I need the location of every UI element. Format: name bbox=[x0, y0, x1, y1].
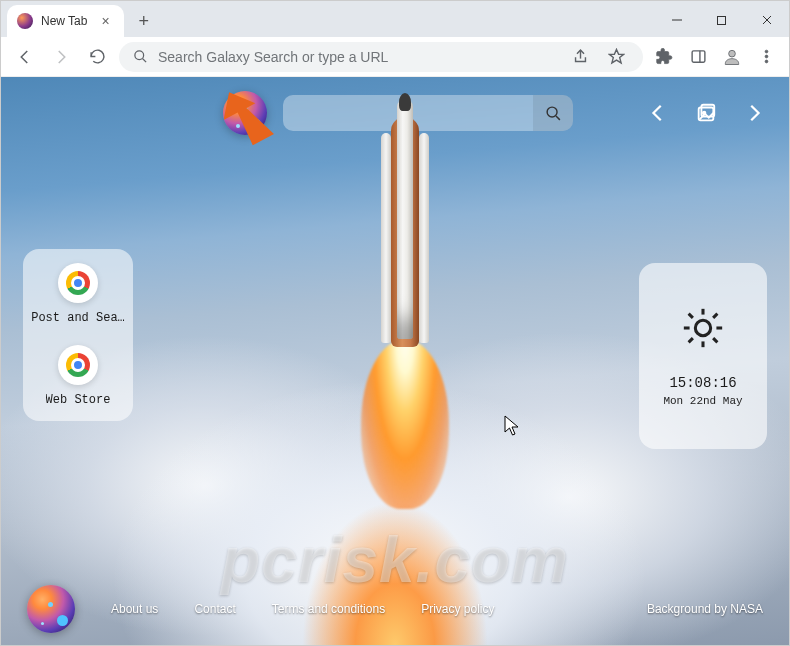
sun-icon bbox=[680, 305, 726, 355]
footer-link-terms[interactable]: Terms and conditions bbox=[272, 602, 385, 616]
tab-newtab[interactable]: New Tab × bbox=[7, 5, 124, 37]
maximize-button[interactable] bbox=[699, 3, 744, 37]
footer-link-contact[interactable]: Contact bbox=[194, 602, 235, 616]
svg-rect-7 bbox=[692, 51, 705, 62]
tab-title: New Tab bbox=[41, 14, 87, 28]
browser-window: New Tab × + Search Galaxy S bbox=[0, 0, 790, 646]
cursor-icon bbox=[504, 415, 522, 437]
page-content: Post and Sea… Web Store bbox=[1, 77, 789, 645]
footer-logo-icon[interactable] bbox=[27, 585, 75, 633]
back-button[interactable] bbox=[11, 43, 39, 71]
svg-line-25 bbox=[689, 338, 693, 342]
tab-strip: New Tab × + bbox=[1, 1, 789, 37]
svg-point-10 bbox=[765, 50, 768, 53]
shortcut-item[interactable]: Web Store bbox=[31, 345, 125, 407]
omnibox-placeholder: Search Galaxy Search or type a URL bbox=[158, 49, 388, 65]
page-footer: About us Contact Terms and conditions Pr… bbox=[1, 585, 789, 633]
shortcuts-panel: Post and Sea… Web Store bbox=[23, 249, 133, 421]
svg-point-13 bbox=[547, 107, 557, 117]
share-icon[interactable] bbox=[567, 44, 593, 70]
prev-background-button[interactable] bbox=[645, 100, 671, 126]
clock-date: Mon 22nd May bbox=[663, 395, 742, 407]
svg-rect-1 bbox=[718, 16, 726, 24]
bookmark-star-icon[interactable] bbox=[603, 44, 629, 70]
minimize-button[interactable] bbox=[654, 3, 699, 37]
close-window-button[interactable] bbox=[744, 3, 789, 37]
menu-icon[interactable] bbox=[753, 44, 779, 70]
shortcut-item[interactable]: Post and Sea… bbox=[31, 263, 125, 325]
new-tab-button[interactable]: + bbox=[130, 7, 158, 35]
svg-point-4 bbox=[135, 51, 144, 60]
svg-line-24 bbox=[713, 338, 717, 342]
galaxy-logo-icon[interactable] bbox=[223, 91, 267, 135]
search-icon bbox=[133, 49, 148, 64]
extensions-icon[interactable] bbox=[651, 44, 677, 70]
svg-point-11 bbox=[765, 55, 768, 58]
footer-attribution: Background by NASA bbox=[647, 602, 763, 616]
chrome-icon bbox=[58, 263, 98, 303]
svg-line-23 bbox=[689, 314, 693, 318]
forward-button[interactable] bbox=[47, 43, 75, 71]
search-icon bbox=[545, 105, 562, 122]
browser-toolbar: Search Galaxy Search or type a URL bbox=[1, 37, 789, 77]
footer-link-privacy[interactable]: Privacy policy bbox=[421, 602, 494, 616]
svg-point-12 bbox=[765, 60, 768, 63]
search-button[interactable] bbox=[533, 95, 573, 131]
svg-line-14 bbox=[555, 115, 559, 119]
background-gallery-button[interactable] bbox=[693, 100, 719, 126]
svg-point-9 bbox=[729, 50, 736, 57]
footer-link-about[interactable]: About us bbox=[111, 602, 158, 616]
svg-point-18 bbox=[695, 320, 710, 335]
next-background-button[interactable] bbox=[741, 100, 767, 126]
tab-favicon-icon bbox=[17, 13, 33, 29]
close-icon[interactable]: × bbox=[101, 13, 109, 29]
info-panel: 15:08:16 Mon 22nd May bbox=[639, 263, 767, 449]
svg-marker-6 bbox=[609, 49, 623, 62]
shuttle-illustration bbox=[387, 99, 423, 379]
page-search-box[interactable] bbox=[283, 95, 573, 131]
omnibox[interactable]: Search Galaxy Search or type a URL bbox=[119, 42, 643, 72]
svg-line-5 bbox=[143, 59, 146, 62]
shortcut-label: Post and Sea… bbox=[31, 311, 125, 325]
window-controls bbox=[654, 3, 789, 37]
profile-icon[interactable] bbox=[719, 44, 745, 70]
svg-line-26 bbox=[713, 314, 717, 318]
shortcut-label: Web Store bbox=[46, 393, 111, 407]
side-panel-icon[interactable] bbox=[685, 44, 711, 70]
clock-time: 15:08:16 bbox=[663, 375, 742, 391]
chrome-icon bbox=[58, 345, 98, 385]
reload-button[interactable] bbox=[83, 43, 111, 71]
